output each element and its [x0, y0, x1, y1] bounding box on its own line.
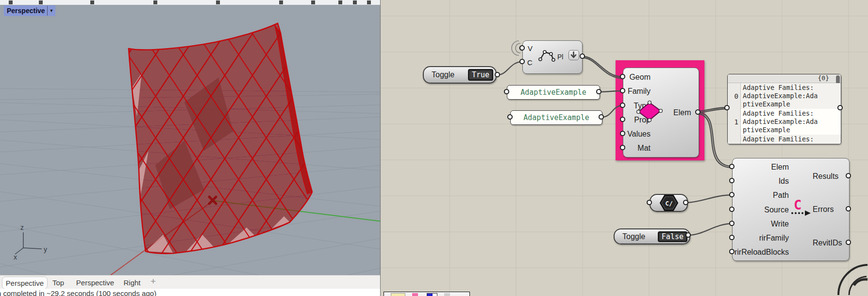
input-mat-label: Mat [623, 144, 651, 153]
input-values-label: Values [623, 130, 651, 139]
input-geom-label: Geom [623, 73, 651, 82]
polyline-component[interactable]: V C Pl [522, 40, 583, 74]
toolbar-icon-clipped [353, 0, 357, 4]
rhino-pane: z y x Perspective ▼ Perspective Top Pers… [0, 0, 380, 296]
add-viewport-tab-icon[interactable]: + [150, 276, 156, 287]
toolbar-icon-clipped [279, 0, 283, 4]
data-path-badge: {0} [818, 74, 829, 82]
jack-datapanel-out[interactable] [837, 105, 843, 110]
dotted-arrow-icon [791, 210, 812, 216]
node-label: Pl [557, 52, 563, 61]
jack-panel-family-out[interactable] [596, 89, 601, 94]
jack-csharp-out[interactable] [683, 200, 688, 205]
jack-panel-family-in[interactable] [504, 89, 509, 94]
jack-elem-geom-in[interactable] [620, 74, 625, 79]
data-row: 0 Adaptive Families:AdaptiveExample:Adap… [728, 83, 841, 109]
viewport-title-menu[interactable]: Perspective ▼ [4, 5, 55, 16]
text-panel-family[interactable]: AdaptiveExample [507, 85, 600, 100]
input-write-label: Write [733, 220, 789, 228]
tab-right[interactable]: Right [121, 277, 143, 288]
status-bar: n completed in ~29.2 seconds (100 second… [0, 289, 380, 296]
data-row: 1 Adaptive Families:AdaptiveExample:Adap… [728, 109, 841, 135]
svg-text:C/: C/ [665, 200, 673, 207]
text-panel-type[interactable]: AdaptiveExample [510, 110, 602, 125]
toggle-value[interactable]: False [658, 231, 687, 242]
tab-top[interactable]: Top [49, 277, 68, 288]
jack-node-elem-in[interactable] [729, 164, 734, 169]
jack-toggle-true-out[interactable] [495, 72, 500, 77]
jack-elem-values-in[interactable] [620, 131, 625, 136]
input-source-label: Source [733, 206, 789, 214]
jack-pl-c-in[interactable] [519, 59, 525, 64]
data-output-panel[interactable]: {0} 0 Adaptive Families:AdaptiveExample:… [727, 74, 841, 144]
jack-toggle-false-out[interactable] [685, 232, 691, 238]
toggle-label: Toggle [615, 232, 658, 241]
axis-gizmo-y-label: y [44, 245, 47, 253]
toolbar-icon-clipped [39, 0, 43, 4]
jack-node-write-in[interactable] [729, 221, 734, 226]
input-c-label: C [527, 58, 533, 67]
jack-node-rirreloadblocks-in[interactable] [729, 249, 734, 254]
jack-elem-out[interactable] [695, 109, 701, 115]
canvas-compass-widget[interactable] [820, 255, 868, 296]
jack-node-source-in[interactable] [729, 207, 734, 212]
input-rirfamily-label: rirFamily [733, 234, 789, 243]
panel-icon[interactable] [391, 293, 405, 296]
toggle-value[interactable]: True [468, 69, 493, 81]
chevron-down-icon[interactable]: ▼ [48, 8, 55, 13]
tab-perspective-active[interactable]: Perspective [2, 277, 48, 289]
row-index: 0 [728, 83, 741, 109]
jack-elem-type-in[interactable] [620, 103, 625, 108]
gray-icon[interactable] [444, 293, 450, 296]
jack-elem-family-in[interactable] [620, 88, 625, 93]
jack-pl-v-in[interactable] [519, 45, 525, 51]
input-v-label: V [528, 44, 533, 53]
boolean-toggle-false[interactable]: Toggle False [614, 228, 690, 244]
app-window: z y x Perspective ▼ Perspective Top Pers… [0, 0, 868, 296]
boolean-toggle-true[interactable]: Toggle True [423, 66, 497, 84]
input-elem-label: Elem [733, 163, 789, 172]
pink-icon[interactable] [412, 293, 418, 296]
csharp-script-component[interactable]: C/ [650, 194, 688, 212]
output-revitids-label: RevitIDs [813, 239, 842, 247]
viewport-title: Perspective [4, 7, 47, 15]
jack-node-results-out[interactable] [846, 173, 851, 178]
grasshopper-canvas[interactable]: Toggle True V C Pl [380, 0, 868, 296]
csharp-hexagon-icon: C/ [659, 194, 679, 212]
jack-elem-mat-in[interactable] [620, 145, 625, 150]
jack-node-rirfamily-in[interactable] [729, 235, 734, 240]
jack-node-path-in[interactable] [729, 192, 734, 197]
output-results-label: Results [813, 172, 838, 181]
viewport-tab-bar: Perspective Top Perspective Right + [0, 275, 380, 289]
input-ids-label: Ids [733, 177, 789, 186]
pink-diamond-icon [634, 99, 665, 124]
revit-transaction-component[interactable]: Elem Ids Path Source Write rirFamily rir… [732, 158, 850, 261]
toolbar-icon-clipped [153, 0, 157, 4]
jack-node-ids-in[interactable] [729, 178, 734, 183]
jack-panel-type-in[interactable] [507, 114, 513, 120]
toolbar-icon-clipped [311, 0, 315, 4]
jack-datapanel-in[interactable] [724, 105, 730, 110]
axis-gizmo-z-label: z [20, 224, 24, 231]
toolbar-icon-clipped [216, 0, 220, 4]
input-family-label: Family [623, 87, 651, 96]
jack-csharp-in[interactable] [647, 200, 652, 205]
jack-node-errors-out[interactable] [846, 206, 851, 211]
data-row-clipped: Adaptive Families: [728, 135, 841, 144]
jack-panel-type-out[interactable] [599, 114, 604, 120]
rhino-toolbar-clipped [0, 0, 380, 5]
input-rirreloadblocks-label: rirReloadBlocks [733, 248, 789, 257]
blue-icon[interactable] [427, 293, 437, 296]
add-component-element[interactable]: Geom Family Type Prop Values Mat Elem [623, 68, 699, 157]
jack-elem-prop-in[interactable] [620, 117, 625, 122]
row-index [728, 135, 741, 144]
flatten-button[interactable] [568, 50, 579, 60]
jack-pl-out[interactable] [580, 53, 585, 59]
jack-node-revitids-out[interactable] [846, 240, 851, 245]
toolbar-icon-clipped [367, 0, 371, 4]
toolbar-icon-clipped [90, 0, 94, 4]
tab-perspective-2[interactable]: Perspective [76, 277, 115, 288]
rhino-viewport[interactable]: z y x Perspective ▼ [0, 5, 380, 275]
axis-gizmo-x-label: x [14, 253, 17, 261]
data-panel-header: {0} [728, 74, 841, 83]
